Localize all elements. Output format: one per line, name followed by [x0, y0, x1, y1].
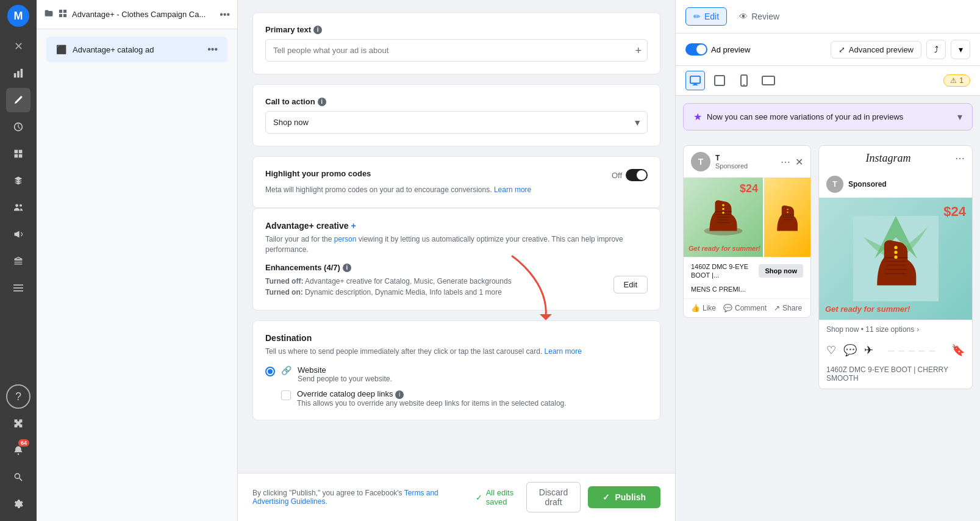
mobile-view-button[interactable] [734, 71, 754, 90]
fb-sponsored-label: Sponsored [715, 162, 776, 170]
primary-text-input-wrapper: + [265, 39, 648, 62]
cta-info-icon[interactable]: i [318, 98, 326, 106]
notice-chevron-icon: ▾ [957, 111, 962, 123]
turned-off-text: Advantage+ creative for Catalog, Music, … [305, 277, 512, 286]
warning-badge: ⚠ 1 [943, 74, 970, 87]
advantage-description: Tailor your ad for the person viewing it… [265, 234, 648, 255]
help-icon[interactable]: ? [6, 384, 30, 409]
square-view-button[interactable] [710, 71, 729, 90]
person-link[interactable]: person [334, 235, 357, 243]
enhancements-edit-button[interactable]: Edit [613, 276, 648, 293]
bar-chart-icon[interactable] [6, 61, 30, 85]
destination-learn-more-link[interactable]: Learn more [545, 347, 582, 356]
desktop-view-button[interactable] [685, 71, 705, 90]
notification-bell-icon[interactable]: 64 [6, 438, 30, 462]
edit-icon[interactable] [6, 88, 30, 112]
svg-rect-16 [63, 10, 66, 13]
ig-price-badge: $24 [943, 204, 966, 220]
advantage-plus-icon: + [351, 221, 356, 231]
comment-icon: 💬 [723, 304, 732, 312]
ig-heart-icon[interactable]: ♡ [826, 343, 836, 357]
fb-shop-now-button-1[interactable]: Shop now [759, 264, 803, 278]
fb-more-options-icon[interactable]: ⋯ [781, 156, 790, 168]
clock-icon[interactable] [6, 115, 30, 139]
search-icon[interactable] [6, 465, 30, 489]
fb-card-header: T T Sponsored ⋯ ✕ [684, 146, 810, 178]
svg-rect-25 [762, 76, 774, 85]
fb-promo-text-1: Get ready for summer! [689, 245, 760, 252]
svg-rect-19 [690, 76, 700, 84]
svg-rect-12 [13, 290, 23, 292]
instagram-ad-preview-card: Instagram ⋯ T Sponsored [818, 145, 973, 389]
highlight-toggle[interactable] [626, 169, 648, 181]
ad-preview-toggle[interactable] [685, 43, 707, 56]
svg-rect-10 [13, 284, 23, 286]
megaphone-icon[interactable] [6, 222, 30, 246]
tab-review[interactable]: 👁 Review [732, 8, 787, 25]
destination-description: Tell us where to send people immediately… [265, 347, 648, 357]
override-info-icon[interactable]: i [395, 390, 404, 399]
ig-bookmark-icon[interactable]: 🔖 [951, 343, 965, 357]
ig-shop-now-label: Shop now • 11 size options [826, 325, 914, 334]
ad-preview-label: Ad preview [711, 45, 750, 54]
svg-rect-7 [19, 154, 23, 158]
add-text-icon[interactable]: + [635, 44, 642, 57]
website-radio[interactable] [265, 367, 275, 376]
ig-promo-text: Get ready for summer! [825, 304, 910, 314]
ig-carousel-dots: — — — — — [881, 347, 944, 354]
enhancements-label: Enhancements (4/7) i [265, 263, 648, 272]
ig-send-icon[interactable]: ✈ [864, 343, 873, 357]
puzzle-icon[interactable] [6, 411, 30, 436]
catalog-ad-more-icon[interactable]: ••• [207, 44, 218, 55]
primary-text-info-icon[interactable]: i [313, 26, 322, 34]
fb-share-button[interactable]: ↗ Share [774, 304, 802, 312]
menu-icon[interactable] [6, 276, 30, 300]
svg-point-13 [18, 453, 19, 455]
dropdown-button[interactable]: ▾ [951, 40, 970, 59]
fb-like-button[interactable]: 👍 Like [691, 304, 716, 312]
ig-more-options-icon[interactable]: ⋯ [955, 153, 965, 164]
fb-close-icon[interactable]: ✕ [795, 156, 803, 168]
override-checkbox[interactable] [281, 390, 291, 400]
close-icon[interactable]: ✕ [6, 34, 30, 59]
ig-boot-image [853, 216, 939, 301]
primary-text-input[interactable] [265, 39, 648, 62]
cta-select[interactable]: Shop now [265, 111, 648, 134]
catalog-ad-icon: ⬛ [56, 45, 66, 54]
preview-notice-banner[interactable]: ★ Now you can see more variations of you… [683, 103, 973, 131]
svg-rect-11 [13, 287, 23, 289]
preview-panel: ✏ Edit 👁 Review Ad preview ⤢ Advanced pr… [675, 0, 980, 521]
nav-item-catalog-ad[interactable]: ⬛ Advantage+ catalog ad ••• [46, 37, 227, 62]
facebook-ad-preview-card: T T Sponsored ⋯ ✕ [683, 145, 811, 318]
enhancements-info-icon[interactable]: i [343, 264, 351, 272]
svg-rect-21 [693, 85, 698, 85]
carousel-main-image: $24 Get ready for summer! [684, 178, 763, 257]
preview-content-area: T T Sponsored ⋯ ✕ [676, 138, 980, 521]
discard-draft-button[interactable]: Discard draft [526, 482, 581, 512]
share-button[interactable]: ⤴ [926, 40, 946, 59]
fb-carousel: $24 Get ready for summer! [684, 178, 810, 257]
highlight-learn-more-link[interactable]: Learn more [494, 185, 531, 194]
svg-rect-15 [59, 10, 62, 13]
stack-icon[interactable] [6, 249, 30, 273]
fb-comment-button[interactable]: 💬 Comment [723, 304, 767, 312]
layers-icon[interactable] [6, 168, 30, 193]
grid-icon[interactable] [6, 142, 30, 166]
nav-header: Advantage+ - Clothes Campaign Ca... ••• [37, 0, 237, 29]
fb-price-badge-1: $24 [740, 182, 758, 195]
checkmark-icon: ✓ [476, 493, 482, 502]
fb-account-info: T Sponsored [715, 154, 776, 170]
edit-tab-pencil-icon: ✏ [693, 12, 701, 21]
cta-select-wrapper: Shop now ▼ [265, 111, 648, 134]
folder-icon [44, 9, 54, 20]
more-options-icon[interactable]: ••• [220, 9, 230, 20]
ig-shop-now-link[interactable]: Shop now • 11 size options › [826, 325, 919, 334]
ig-comment-icon[interactable]: 💬 [843, 343, 857, 357]
landscape-view-button[interactable] [759, 71, 778, 90]
people-icon[interactable] [6, 195, 30, 220]
advanced-preview-button[interactable]: ⤢ Advanced preview [831, 41, 921, 59]
settings-gear-icon[interactable] [6, 492, 30, 516]
boot-image-1 [696, 190, 751, 245]
tab-edit[interactable]: ✏ Edit [685, 7, 727, 26]
publish-button[interactable]: ✓ Publish [588, 486, 660, 508]
